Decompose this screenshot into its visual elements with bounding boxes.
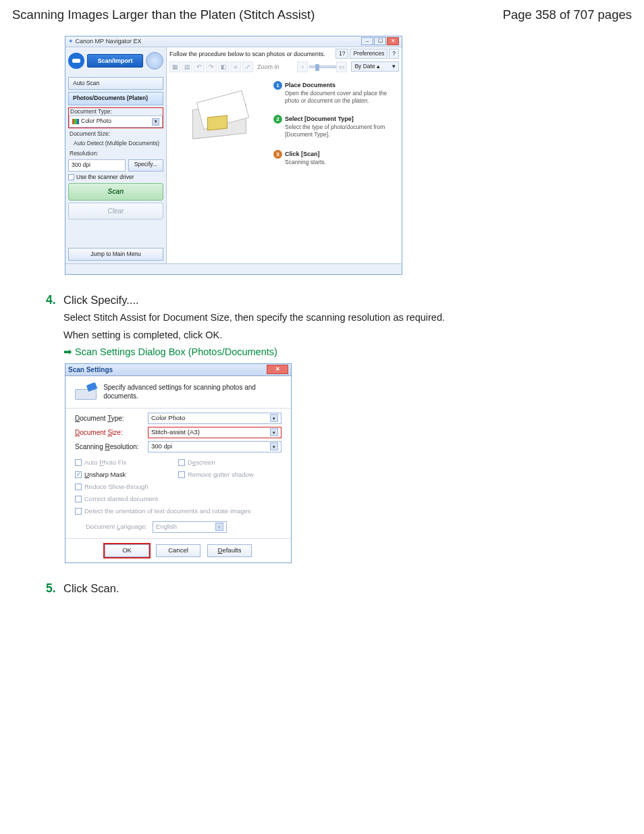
ok-button[interactable]: OK [105, 544, 149, 557]
step-2-title: Select [Document Type] [285, 115, 354, 122]
grid-icon[interactable]: ▤ [182, 61, 192, 72]
resolution-label: Scanning Resolution: [75, 442, 148, 452]
page-title: Scanning Images Larger than the Platen (… [12, 7, 315, 24]
step-2-desc: Select the type of photo/document from [… [273, 124, 388, 139]
minimize-icon[interactable]: – [361, 37, 373, 45]
page-counter: Page 358 of 707 pages [503, 7, 632, 24]
doc-type-label: Document Type: [69, 108, 163, 115]
doc-type-highlight: Document Type: Color Photo▾ [68, 107, 163, 128]
chevron-down-icon: ▾ [152, 118, 159, 126]
step-1-desc: Open the document cover and place the ph… [273, 90, 388, 105]
guide-button[interactable]: 1? [336, 49, 348, 59]
step-5-number: 5. [46, 581, 63, 600]
procedure-text: Follow the procedure below to scan photo… [169, 50, 325, 58]
slanted-checkbox: Correct slanted document [75, 493, 281, 505]
dialog-title: Scan Settings [68, 365, 113, 375]
photos-documents-tab[interactable]: Photos/Documents (Platen) [68, 92, 163, 105]
orientation-checkbox: Detect the orientation of text documents… [75, 505, 281, 517]
step-4-number: 4. [46, 292, 63, 359]
step-2-badge: 2 [273, 115, 282, 124]
defaults-button[interactable]: Defaults [207, 544, 252, 557]
scan-settings-dialog: Scan Settings ✕ Specify advanced setting… [65, 363, 292, 563]
specify-button[interactable]: Specify... [128, 159, 163, 171]
auto-photo-fix-checkbox: Auto Photo Fix [75, 457, 178, 469]
scan-import-button[interactable]: Scan/Import [87, 54, 143, 68]
gutter-shadow-checkbox: Remove gutter shadow [178, 469, 281, 481]
chevron-down-icon: ▾ [270, 428, 278, 436]
doc-size-dropdown[interactable]: Stitch-assist (A3)▾ [148, 427, 281, 438]
step-1-badge: 1 [273, 81, 282, 90]
size-slider[interactable] [309, 66, 336, 68]
jump-main-menu-button[interactable]: Jump to Main Menu [68, 248, 163, 261]
cancel-button[interactable]: Cancel [156, 544, 200, 557]
maximize-icon[interactable]: ☐ [374, 37, 386, 45]
doc-type-label: Document Type: [75, 414, 148, 423]
scanner-illustration [187, 95, 254, 142]
invert-icon[interactable]: ◧ [218, 61, 229, 72]
auto-scan-tab[interactable]: Auto Scan [68, 77, 163, 90]
doc-language-dropdown: English▾ [153, 521, 227, 533]
help-button[interactable]: ? [389, 49, 399, 59]
doc-size-label: Document Size: [75, 428, 148, 438]
scan-settings-link[interactable]: Scan Settings Dialog Box (Photos/Documen… [63, 346, 632, 359]
rotate-left-icon[interactable]: ↶ [194, 61, 205, 72]
resolution-dropdown[interactable]: 300 dpi▾ [148, 441, 281, 452]
doc-size-label: Document Size: [68, 130, 163, 138]
step-1-title: Place Documents [285, 82, 336, 88]
descreen-checkbox: Descreen [178, 457, 281, 469]
doc-type-dropdown[interactable]: Color Photo▾ [148, 413, 281, 424]
clear-button[interactable]: Clear [68, 203, 163, 220]
close-icon[interactable]: ✕ [267, 365, 288, 374]
chevron-down-icon: ▾ [270, 442, 278, 450]
unsharp-mask-checkbox[interactable]: ✓Unsharp Mask [75, 469, 178, 481]
view-small-icon[interactable]: ▫ [297, 61, 308, 72]
chevron-down-icon: ▾ [270, 414, 278, 422]
doc-language-label: Document Language: [86, 523, 147, 531]
window-title: ✦ Canon MP Navigator EX [68, 37, 141, 45]
step-4-p1: Select Stitch Assist for Document Size, … [63, 311, 632, 325]
doc-size-value: Auto Detect (Multiple Documents) [68, 140, 163, 147]
dialog-intro: Specify advanced settings for scanning p… [103, 383, 281, 401]
use-driver-checkbox[interactable]: Use the scanner driver [68, 174, 163, 181]
close-icon[interactable]: ✕ [387, 37, 399, 45]
crop-icon[interactable]: ⟡ [230, 61, 241, 72]
preferences-button[interactable]: Preferences [350, 49, 387, 59]
step-3-desc: Scanning starts. [273, 159, 326, 166]
show-through-checkbox: Reduce Show-through [75, 481, 281, 493]
resolution-value: 300 dpi [68, 159, 126, 171]
step-4-lead: Click Specify.... [63, 292, 632, 307]
thumbnail-icon[interactable]: ▦ [169, 61, 180, 72]
globe-icon[interactable] [146, 52, 163, 70]
scanner-icon [75, 384, 95, 400]
view-large-icon[interactable]: ▭ [336, 61, 347, 72]
step-3-title: Click [Scan] [285, 151, 320, 157]
doc-type-dropdown[interactable]: Color Photo▾ [69, 115, 163, 127]
step-5-lead: Click Scan. [63, 581, 632, 596]
rotate-right-icon[interactable]: ↷ [206, 61, 217, 72]
chevron-down-icon: ▾ [215, 523, 223, 531]
mp-navigator-window: ✦ Canon MP Navigator EX – ☐ ✕ Scan/Impor… [65, 36, 402, 275]
zoom-in-icon[interactable]: ⤢ [242, 61, 253, 72]
zoom-label: Zoom in [257, 63, 279, 71]
camera-icon [68, 53, 84, 69]
resolution-label: Resolution: [68, 150, 163, 157]
step-4-p2: When setting is completed, click OK. [63, 329, 632, 342]
color-swatch-icon [72, 119, 79, 124]
sort-dropdown[interactable]: By Date ▴▾ [351, 61, 399, 72]
scan-button[interactable]: Scan [68, 183, 163, 201]
step-3-badge: 3 [273, 150, 282, 159]
